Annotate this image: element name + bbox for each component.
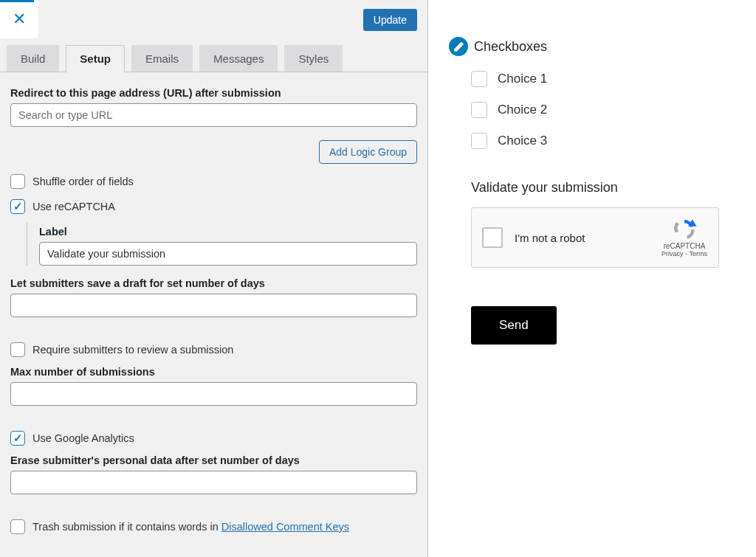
trash-disallowed-label: Trash submission if it contains words in… (32, 521, 349, 533)
choice-3-label: Choice 3 (498, 134, 547, 148)
edit-icon[interactable] (449, 37, 468, 56)
recaptcha-branding: reCAPTCHA Privacy - Terms (658, 218, 711, 257)
close-button[interactable]: ✕ (0, 0, 38, 38)
trash-disallowed-prefix: Trash submission if it contains words in (32, 521, 221, 533)
redirect-url-input[interactable] (10, 103, 417, 127)
widget-header: Checkboxes (449, 37, 735, 56)
tab-messages[interactable]: Messages (199, 45, 278, 72)
choice-row: Choice 2 (449, 97, 735, 122)
disallowed-keys-link[interactable]: Disallowed Comment Keys (221, 521, 349, 533)
close-icon: ✕ (13, 10, 26, 29)
recaptcha-checkbox[interactable] (482, 227, 503, 248)
recaptcha-privacy-link[interactable]: Privacy (662, 250, 684, 257)
max-submissions-label: Max number of submissions (10, 366, 417, 378)
erase-days-input[interactable] (10, 471, 417, 494)
widget-title: Checkboxes (474, 39, 547, 55)
trash-disallowed-checkbox[interactable] (10, 519, 25, 534)
erase-days-label: Erase submitter's personal data after se… (10, 454, 417, 466)
require-review-label: Require submitters to review a submissio… (32, 344, 233, 356)
topbar: ✕ Update (0, 0, 427, 38)
shuffle-label: Shuffle order of fields (32, 176, 134, 187)
recaptcha-widget: I'm not a robot reCAPTCHA Privacy - Term… (471, 207, 719, 268)
analytics-label: Use Google Analytics (32, 432, 134, 444)
draft-days-input[interactable] (10, 294, 417, 317)
settings-panel: ✕ Update Build Setup Emails Messages Sty… (0, 0, 428, 557)
send-button[interactable]: Send (471, 306, 557, 345)
shuffle-checkbox[interactable] (10, 174, 25, 189)
recaptcha-text: I'm not a robot (515, 232, 585, 244)
recaptcha-sublabel: Label (39, 226, 417, 238)
choice-row: Choice 3 (449, 128, 735, 153)
redirect-label: Redirect to this page address (URL) afte… (10, 87, 417, 99)
choice-row: Choice 1 (449, 66, 735, 91)
tab-setup[interactable]: Setup (66, 45, 125, 72)
tab-styles[interactable]: Styles (284, 45, 343, 72)
form-preview: Checkboxes Choice 1 Choice 2 Choice 3 Va… (428, 0, 756, 557)
choice-1-checkbox[interactable] (471, 71, 487, 87)
add-logic-group-button[interactable]: Add Logic Group (319, 140, 417, 164)
choice-2-checkbox[interactable] (471, 102, 487, 118)
recaptcha-terms-link[interactable]: Terms (689, 250, 707, 257)
progress-stripe (0, 0, 34, 2)
setup-scroll[interactable]: Redirect to this page address (URL) afte… (0, 72, 427, 557)
analytics-checkbox[interactable] (10, 431, 25, 446)
max-submissions-input[interactable] (10, 382, 417, 406)
choice-2-label: Choice 2 (498, 103, 547, 117)
choice-1-label: Choice 1 (498, 72, 547, 86)
recaptcha-brand: reCAPTCHA (658, 242, 711, 250)
tab-build[interactable]: Build (7, 45, 59, 72)
validate-label: Validate your submission (449, 180, 735, 196)
update-button[interactable]: Update (363, 9, 417, 31)
use-recaptcha-checkbox[interactable] (10, 199, 25, 214)
tabs: Build Setup Emails Messages Styles (0, 38, 427, 72)
recaptcha-label-input[interactable] (39, 242, 417, 266)
require-review-checkbox[interactable] (10, 342, 25, 357)
recaptcha-subsettings: Label (27, 223, 417, 266)
recaptcha-icon (671, 218, 698, 241)
choice-3-checkbox[interactable] (471, 133, 487, 149)
tab-emails[interactable]: Emails (131, 45, 193, 72)
draft-days-label: Let submitters save a draft for set numb… (10, 277, 417, 289)
use-recaptcha-label: Use reCAPTCHA (32, 201, 115, 212)
